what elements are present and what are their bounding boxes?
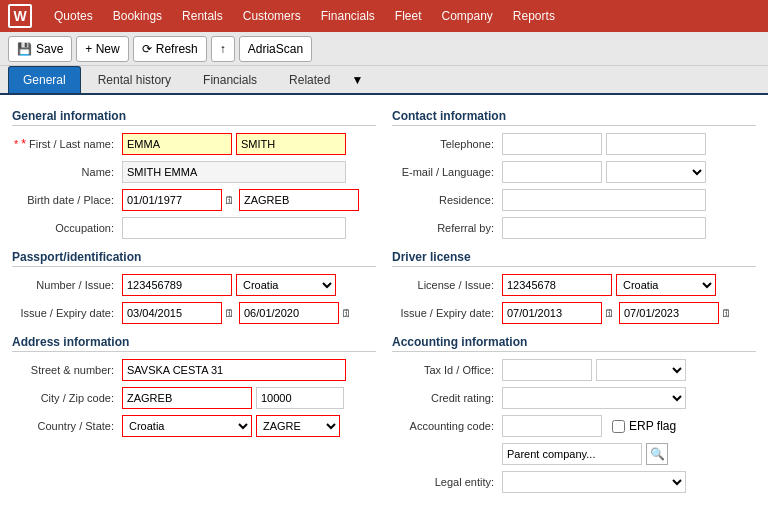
passport-country-select[interactable]: Croatia bbox=[236, 274, 336, 296]
email-input[interactable] bbox=[502, 161, 602, 183]
state-select[interactable]: ZAGRE bbox=[256, 415, 340, 437]
tab-financials[interactable]: Financials bbox=[188, 66, 272, 93]
top-navigation: W Quotes Bookings Rentals Customers Fina… bbox=[0, 0, 768, 32]
license-row: License / Issue: Croatia bbox=[392, 273, 756, 297]
passport-number-label: Number / Issue: bbox=[12, 279, 122, 291]
birth-label: Birth date / Place: bbox=[12, 194, 122, 206]
accounting-section: Accounting information Tax Id / Office: … bbox=[392, 335, 756, 494]
export-icon: ↑ bbox=[220, 42, 226, 56]
name-label: Name: bbox=[12, 166, 122, 178]
city-zip-row: City / Zip code: bbox=[12, 386, 376, 410]
left-column: General information * First / Last name:… bbox=[12, 105, 376, 513]
birth-place-input[interactable] bbox=[239, 189, 359, 211]
residence-label: Residence: bbox=[392, 194, 502, 206]
license-country-select[interactable]: Croatia bbox=[616, 274, 716, 296]
right-column: Contact information Telephone: E-mail / … bbox=[392, 105, 756, 513]
nav-financials[interactable]: Financials bbox=[311, 0, 385, 32]
address-title: Address information bbox=[12, 335, 376, 352]
nav-customers[interactable]: Customers bbox=[233, 0, 311, 32]
calendar-icon-birth: 🗓 bbox=[224, 194, 235, 206]
passport-number-input[interactable] bbox=[122, 274, 232, 296]
passport-section: Passport/identification Number / Issue: … bbox=[12, 250, 376, 325]
new-button[interactable]: + New bbox=[76, 36, 128, 62]
nav-fleet[interactable]: Fleet bbox=[385, 0, 432, 32]
first-name-input[interactable] bbox=[122, 133, 232, 155]
name-row: Name: bbox=[12, 160, 376, 184]
email-lang-label: E-mail / Language: bbox=[392, 166, 502, 178]
adriascan-button[interactable]: AdriaScan bbox=[239, 36, 312, 62]
nav-company[interactable]: Company bbox=[432, 0, 503, 32]
tax-label: Tax Id / Office: bbox=[392, 364, 502, 376]
occupation-label: Occupation: bbox=[12, 222, 122, 234]
passport-dates-label: Issue / Expiry date: bbox=[12, 307, 122, 319]
telephone2-input[interactable] bbox=[606, 133, 706, 155]
calendar-icon-lic-issue: 🗓 bbox=[604, 307, 615, 319]
passport-issue-input[interactable] bbox=[122, 302, 222, 324]
telephone-label: Telephone: bbox=[392, 138, 502, 150]
passport-expiry-input[interactable] bbox=[239, 302, 339, 324]
calendar-icon-passport-expiry: 🗓 bbox=[341, 307, 352, 319]
tab-dropdown-button[interactable]: ▼ bbox=[347, 67, 367, 93]
refresh-icon: ⟳ bbox=[142, 42, 152, 56]
general-info-title: General information bbox=[12, 109, 376, 126]
parent-company-input[interactable] bbox=[502, 443, 642, 465]
acc-code-label: Accounting code: bbox=[392, 420, 502, 432]
last-name-input[interactable] bbox=[236, 133, 346, 155]
legal-entity-select[interactable] bbox=[502, 471, 686, 493]
name-input[interactable] bbox=[122, 161, 346, 183]
occupation-row: Occupation: bbox=[12, 216, 376, 240]
occupation-input[interactable] bbox=[122, 217, 346, 239]
referral-input[interactable] bbox=[502, 217, 706, 239]
referral-label: Referral by: bbox=[392, 222, 502, 234]
credit-label: Credit rating: bbox=[392, 392, 502, 404]
city-input[interactable] bbox=[122, 387, 252, 409]
parent-company-search-button[interactable]: 🔍 bbox=[646, 443, 668, 465]
refresh-button[interactable]: ⟳ Refresh bbox=[133, 36, 207, 62]
contact-title: Contact information bbox=[392, 109, 756, 126]
general-info-section: General information * First / Last name:… bbox=[12, 109, 376, 240]
nav-bookings[interactable]: Bookings bbox=[103, 0, 172, 32]
acc-code-row: Accounting code: ERP flag bbox=[392, 414, 756, 438]
referral-row: Referral by: bbox=[392, 216, 756, 240]
address-section: Address information Street & number: Cit… bbox=[12, 335, 376, 438]
residence-row: Residence: bbox=[392, 188, 756, 212]
license-expiry-input[interactable] bbox=[619, 302, 719, 324]
erp-flag-checkbox[interactable] bbox=[612, 420, 625, 433]
country-select[interactable]: Croatia bbox=[122, 415, 252, 437]
license-number-input[interactable] bbox=[502, 274, 612, 296]
telephone-row: Telephone: bbox=[392, 132, 756, 156]
telephone1-input[interactable] bbox=[502, 133, 602, 155]
nav-quotes[interactable]: Quotes bbox=[44, 0, 103, 32]
tax-id-input[interactable] bbox=[502, 359, 592, 381]
office-select[interactable] bbox=[596, 359, 686, 381]
nav-rentals[interactable]: Rentals bbox=[172, 0, 233, 32]
country-state-row: Country / State: Croatia ZAGRE bbox=[12, 414, 376, 438]
legal-entity-label: Legal entity: bbox=[392, 476, 502, 488]
erp-flag-label: ERP flag bbox=[629, 419, 676, 433]
passport-dates-row: Issue / Expiry date: 🗓 🗓 bbox=[12, 301, 376, 325]
export-button[interactable]: ↑ bbox=[211, 36, 235, 62]
accounting-title: Accounting information bbox=[392, 335, 756, 352]
birth-date-input[interactable] bbox=[122, 189, 222, 211]
save-icon: 💾 bbox=[17, 42, 32, 56]
save-button[interactable]: 💾 Save bbox=[8, 36, 72, 62]
residence-input[interactable] bbox=[502, 189, 706, 211]
legal-entity-row: Legal entity: bbox=[392, 470, 756, 494]
tab-rental-history[interactable]: Rental history bbox=[83, 66, 186, 93]
zip-input[interactable] bbox=[256, 387, 344, 409]
logo: W bbox=[8, 4, 32, 28]
license-dates-row: Issue / Expiry date: 🗓 🗓 bbox=[392, 301, 756, 325]
tab-general[interactable]: General bbox=[8, 66, 81, 93]
birth-row: Birth date / Place: 🗓 bbox=[12, 188, 376, 212]
language-select[interactable] bbox=[606, 161, 706, 183]
street-input[interactable] bbox=[122, 359, 346, 381]
accounting-code-input[interactable] bbox=[502, 415, 602, 437]
tab-related[interactable]: Related bbox=[274, 66, 345, 93]
calendar-icon-lic-expiry: 🗓 bbox=[721, 307, 732, 319]
nav-reports[interactable]: Reports bbox=[503, 0, 565, 32]
city-zip-label: City / Zip code: bbox=[12, 392, 122, 404]
tax-row: Tax Id / Office: bbox=[392, 358, 756, 382]
license-issue-input[interactable] bbox=[502, 302, 602, 324]
tab-bar: General Rental history Financials Relate… bbox=[0, 66, 768, 95]
credit-rating-select[interactable] bbox=[502, 387, 686, 409]
